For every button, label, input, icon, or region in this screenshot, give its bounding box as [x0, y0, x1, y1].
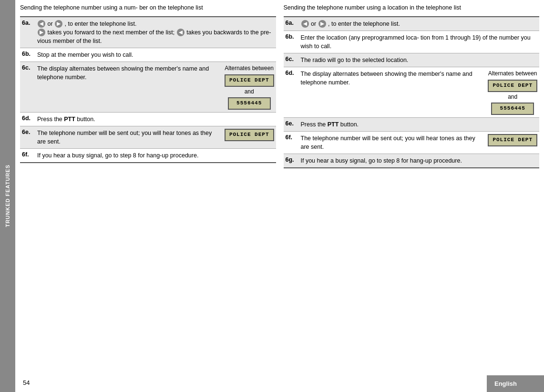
left-step-6c-label: 6c. [22, 64, 35, 71]
left-step-6c: 6c. The display alternates between showi… [20, 62, 276, 113]
left-step-6a-content: ◀ or ▶ , to enter the telephone list. ▶ … [37, 20, 274, 45]
sidebar-label: TRUNKED FEATURES [5, 165, 10, 227]
right-6e-text-after: button. [339, 121, 359, 128]
left-step-6a: 6a. ◀ or ▶ , to enter the telephone list… [20, 16, 276, 48]
right-step-6b-content: Enter the location (any preprogrammed lo… [301, 33, 538, 51]
left-6a-or: or [47, 21, 54, 27]
left-6d-text-before: Press the [37, 116, 64, 123]
left-6a-sub1: takes you forward to the next member of … [47, 29, 176, 36]
left-6c-right: Alternates between POLICE DEPT and 55564… [225, 64, 274, 110]
left-step-6b-label: 6b. [22, 51, 35, 57]
right-step-6a: 6a. ◀ or ▶ , to enter the telephone list… [284, 16, 540, 31]
right-step-6b-label: 6b. [286, 33, 299, 40]
right-step-6e-content: Press the PTT button. [301, 120, 538, 129]
left-step-6f-label: 6f. [22, 151, 35, 158]
right-6d-layout: The display alternates between showing t… [301, 70, 538, 115]
right-6d-display2: 5556445 [491, 103, 534, 115]
left-step-6d-label: 6d. [22, 115, 35, 122]
left-6c-display1: POLICE DEPT [225, 74, 274, 87]
left-step-6f: 6f. If you hear a busy signal, go to ste… [20, 149, 276, 163]
right-step-6g: 6g. If you hear a busy signal, go to ste… [284, 154, 540, 168]
right-step-6f-content: The telephone number will be sent out; y… [301, 134, 538, 151]
page-number: 54 [15, 375, 487, 392]
right-step-6c: 6c. The radio will go to the selected lo… [284, 53, 540, 67]
left-column: Sending the telephone number using a num… [20, 4, 276, 375]
right-step-6d-content: The display alternates between showing t… [301, 70, 538, 115]
right-step-6d-label: 6d. [286, 70, 299, 76]
sidebar: TRUNKED FEATURES [0, 0, 15, 392]
english-language-tab: English [487, 375, 544, 392]
main-content: Sending the telephone number using a num… [15, 0, 544, 392]
right-6e-text-before: Press the [301, 121, 328, 128]
left-6e-display-box: POLICE DEPT [225, 129, 274, 141]
right-6d-display1: POLICE DEPT [488, 80, 537, 92]
bottom-bar: 54 English [15, 375, 544, 392]
arrow-left-icon: ◀ [38, 20, 45, 28]
left-6c-layout: The display alternates between showing t… [37, 64, 274, 110]
left-step-6e: 6e. The telephone number will be sent ou… [20, 126, 276, 149]
left-step-6a-label: 6a. [22, 20, 35, 26]
left-step-6d: 6d. Press the PTT button. [20, 113, 276, 126]
left-6a-text: , to enter the telephone list. [65, 21, 137, 27]
right-step-6e: 6e. Press the PTT button. [284, 118, 540, 132]
left-step-6e-label: 6e. [22, 129, 35, 135]
left-6c-and: and [245, 88, 254, 96]
left-6d-text-after: button. [75, 116, 95, 123]
arrow-left2-icon: ◀ [177, 29, 185, 36]
right-6f-text: The telephone number will be sent out; y… [301, 134, 485, 151]
right-6d-and: and [508, 93, 517, 101]
left-step-6b-content: Stop at the member you wish to call. [37, 51, 274, 59]
right-step-6f: 6f. The telephone number will be sent ou… [284, 132, 540, 154]
left-step-6d-content: Press the PTT button. [37, 115, 274, 124]
columns: Sending the telephone number using a num… [15, 0, 544, 375]
right-6a-text: , to enter the telephone list. [328, 21, 400, 27]
right-step-6e-label: 6e. [286, 120, 299, 127]
right-step-6f-label: 6f. [286, 134, 299, 141]
left-6c-display2: 5556445 [228, 97, 271, 110]
left-column-title: Sending the telephone number using a num… [20, 4, 276, 12]
right-6f-layout: The telephone number will be sent out; y… [301, 134, 538, 151]
arrow-right2-icon: ▶ [38, 29, 45, 36]
arrow-right-icon: ▶ [55, 20, 62, 28]
left-step-6f-content: If you hear a busy signal, go to step 8 … [37, 151, 274, 160]
right-step-6g-content: If you hear a busy signal, go to step 8 … [301, 156, 538, 165]
left-step-6e-content: The telephone number will be sent out; y… [37, 129, 274, 146]
right-step-6c-label: 6c. [286, 56, 299, 62]
right-step-6d: 6d. The display alternates between showi… [284, 67, 540, 118]
left-6c-left-text: The display alternates between showing t… [37, 64, 223, 82]
right-6d-right: Alternates between POLICE DEPT and 55564… [488, 70, 537, 115]
right-step-6b: 6b. Enter the location (any preprogramme… [284, 31, 540, 53]
left-6c-header: Alternates between [225, 64, 274, 72]
right-6d-header: Alternates between [488, 70, 537, 78]
right-step-6a-label: 6a. [286, 20, 299, 26]
right-arrow-left-icon: ◀ [301, 20, 309, 28]
right-6e-ptt: PTT [328, 121, 339, 128]
right-column-title: Sending the telephone number using a loc… [284, 4, 540, 12]
right-column: Sending the telephone number using a loc… [284, 4, 540, 375]
right-6f-display-box: POLICE DEPT [488, 134, 537, 146]
left-6e-text: The telephone number will be sent out; y… [37, 129, 222, 146]
right-6a-or: or [311, 21, 318, 27]
right-6d-left-text: The display alternates between showing t… [301, 70, 486, 87]
left-6e-layout: The telephone number will be sent out; y… [37, 129, 274, 146]
left-6e-display: POLICE DEPT [225, 129, 274, 141]
left-step-6c-content: The display alternates between showing t… [37, 64, 274, 110]
right-6f-display: POLICE DEPT [488, 134, 537, 146]
right-step-6a-content: ◀ or ▶ , to enter the telephone list. [301, 20, 538, 28]
right-step-6c-content: The radio will go to the selected locati… [301, 56, 538, 64]
left-step-6b: 6b. Stop at the member you wish to call. [20, 48, 276, 62]
left-6d-ptt: PTT [64, 116, 75, 123]
right-step-6g-label: 6g. [286, 156, 299, 163]
right-arrow-right-icon: ▶ [318, 20, 326, 28]
